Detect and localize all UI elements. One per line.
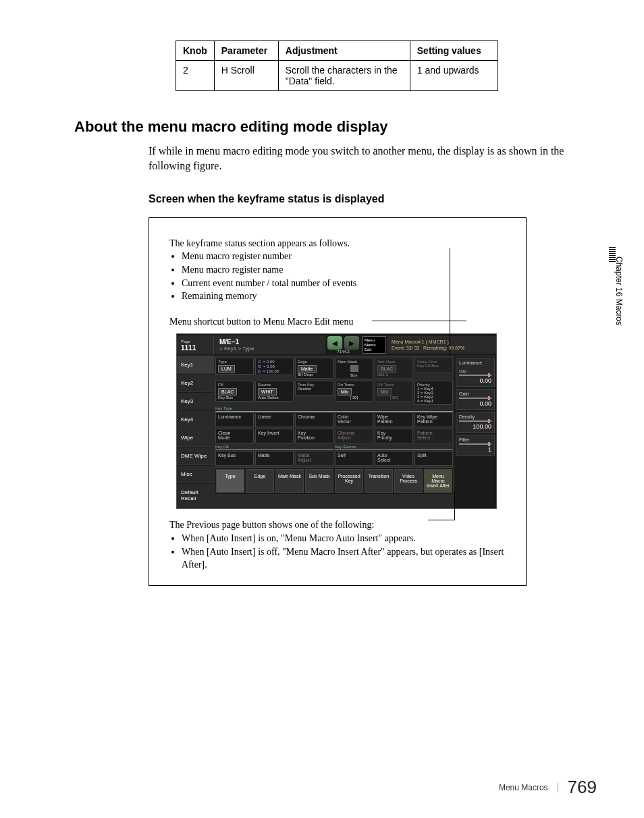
linear-button[interactable]: Linear <box>255 412 294 427</box>
luminance-button[interactable]: Luminance <box>215 412 254 427</box>
status-line-1: Menu Macro#:1 ( MMCR1 ) <box>392 339 492 345</box>
knob-table: Knob Parameter Adjustment Setting values… <box>176 40 498 91</box>
self-button[interactable]: Self <box>335 451 373 466</box>
callout-bullet: When [Auto Insert] is on, "Menu Macro Au… <box>182 532 506 545</box>
knob-density[interactable]: Density 100.00 <box>456 412 495 433</box>
menu-title: M/E−1 <box>219 338 320 346</box>
nav-arrow-group: ◀ ▶ 7144.2 <box>325 334 361 356</box>
sidebar-item-misc[interactable]: Misc <box>177 466 214 483</box>
tab-video-process[interactable]: Video Process <box>394 469 423 493</box>
scr-header: Page 1111 M/E−1 > Key1 > Type ◀ ▶ 7144.2… <box>177 334 496 356</box>
wipe-pattern-button[interactable]: Wipe Pattern <box>375 412 413 427</box>
menu-macro-edit-button[interactable]: Menu Macro Edit <box>363 336 386 354</box>
status-remaining: Remaining: 99.67% <box>423 346 464 350</box>
matte-button[interactable]: Matte <box>255 451 294 466</box>
tab-edge[interactable]: Edge <box>246 469 274 493</box>
callout-bullet: Menu macro register name <box>182 263 506 277</box>
prev-page-button[interactable]: ◀ <box>327 336 342 350</box>
video-proc-cell[interactable]: Video ProcKey Fill Bus <box>414 358 453 373</box>
key-fill-group-label: Key Fill <box>215 445 333 449</box>
footer-section-label: Menu Macros <box>499 783 558 792</box>
keyframe-status-area: Menu Macro#:1 ( MMCR1 ) Event: 33/ 33 Re… <box>387 336 496 354</box>
split-button[interactable]: Split <box>414 451 453 466</box>
sub-mask-cell[interactable]: Sub MaskBLACUtl1 1 <box>375 358 413 379</box>
tab-sub-mask[interactable]: Sub Mask <box>305 469 333 493</box>
th-knob: Knob <box>176 41 215 61</box>
td-adjustment: Scroll the characters in the "Data" fiel… <box>278 61 410 91</box>
fill-cell[interactable]: FillBLACKey Bus <box>215 381 254 402</box>
sidebar-item-key4[interactable]: Key4 <box>177 411 214 429</box>
sidebar-item-key3[interactable]: Key3 <box>177 393 214 410</box>
key-type-group-label: Key Type <box>215 406 453 410</box>
on-trans-cell[interactable]: On TransMix[ 30] <box>335 381 373 402</box>
type-cell[interactable]: TypeLUM <box>215 358 254 375</box>
key-priority-button[interactable]: Key Priority <box>375 429 413 443</box>
td-parameter: H Scroll <box>214 61 278 91</box>
body-paragraph: If while in menu macro editing mode you … <box>149 144 597 174</box>
key-invert-button[interactable]: Key Invert <box>255 429 294 443</box>
key-wipe-pattern-button[interactable]: Key Wipe Pattern <box>414 412 453 427</box>
menu-title-area: M/E−1 > Key1 > Type <box>214 335 325 354</box>
sidebar-item-key1[interactable]: Key1 <box>177 356 214 374</box>
chroma-adjust-button[interactable]: Chroma Adjust <box>335 429 373 443</box>
callout-bullet: When [Auto Insert] is off, "Menu Macro I… <box>182 545 506 572</box>
bottom-tab-bar: Type Edge Main Mask Sub Mask Processed K… <box>215 467 453 494</box>
footer-page-number: 769 <box>568 777 597 798</box>
chroma-button[interactable]: Chroma <box>295 412 333 427</box>
breadcrumb: > Key1 > Type <box>219 346 320 352</box>
sidebar: Key1 Key2 Key3 Key4 Wipe DME Wipe Misc D… <box>177 356 214 508</box>
callout-bullet: Menu macro register number <box>182 250 506 263</box>
section-heading: About the menu macro editing mode displa… <box>74 118 597 136</box>
th-parameter: Parameter <box>214 41 278 61</box>
callout-bottom-intro: The Previous page button shows one of th… <box>169 518 506 532</box>
cgd-values: C = 0.00 G = 0.00 D = 100.00 <box>255 358 294 375</box>
main-panel: TypeLUM C = 0.00 G = 0.00 D = 100.00 Edg… <box>214 356 454 508</box>
tab-main-mask[interactable]: Main Mask <box>275 469 304 493</box>
sidebar-item-wipe[interactable]: Wipe <box>177 429 214 447</box>
source-cell[interactable]: SourceWHITAuto Select <box>255 381 294 402</box>
callout-previous-page: The Previous page button shows one of th… <box>169 518 506 571</box>
callout-intro: The keyframe status section appears as f… <box>169 237 506 250</box>
callout-shortcut: Menu shortcut button to Menu Macro Edit … <box>169 315 506 329</box>
tab-processed-key[interactable]: Processed Key <box>335 469 363 493</box>
scr-body: Key1 Key2 Key3 Key4 Wipe DME Wipe Misc D… <box>177 356 496 508</box>
page-number-area[interactable]: Page 1111 <box>177 335 214 354</box>
pattern-select-button[interactable]: Pattern Select <box>414 429 453 443</box>
callout-bullet: Current event number / total number of e… <box>182 277 506 290</box>
auto-select-button[interactable]: Auto Select <box>375 451 413 466</box>
main-mask-cell[interactable]: Main MaskBox <box>335 358 373 379</box>
knob-gain[interactable]: Gain 0.00 <box>456 389 495 410</box>
td-setting: 1 and upwards <box>410 61 498 91</box>
th-setting: Setting values <box>410 41 498 61</box>
key-bus-button[interactable]: Key Bus <box>215 451 254 466</box>
subsection-heading: Screen when the keyframe status is displ… <box>149 193 597 205</box>
color-vector-button[interactable]: Color Vector <box>335 412 373 427</box>
sidebar-item-default-recall[interactable]: Default Recall <box>177 484 214 508</box>
right-knob-panel: Luminance Clip 0.00 Gain 0.00 Density 10… <box>454 356 496 508</box>
sidebar-item-dmewipe[interactable]: DME Wipe <box>177 447 214 465</box>
clean-mode-button[interactable]: Clean Mode <box>215 429 254 443</box>
figure-container: The keyframe status section appears as f… <box>149 217 527 586</box>
page-number: 1111 <box>181 344 196 352</box>
menu-macro-insert-after-button[interactable]: Menu Macro Insert After <box>424 469 452 493</box>
callout-keyframe-status: The keyframe status section appears as f… <box>169 237 506 303</box>
edge-cell[interactable]: EdgeMatte8H Drop <box>295 358 333 379</box>
matte-adjust-button[interactable]: Matte Adjust <box>295 451 333 466</box>
th-adjustment: Adjustment <box>278 41 410 61</box>
knob-luminance[interactable]: Luminance Clip 0.00 <box>456 358 495 387</box>
knob-filter[interactable]: Filter 1 <box>456 435 495 456</box>
tab-transition[interactable]: Transition <box>365 469 393 493</box>
next-page-button[interactable]: ▶ <box>344 336 359 350</box>
key-source-group-label: Key Source <box>335 445 453 449</box>
arrow-sublabel: 7144.2 <box>327 350 359 354</box>
chapter-side-tab: Chapter 16 Macros <box>609 256 624 325</box>
sidebar-item-key2[interactable]: Key2 <box>177 375 214 392</box>
proc-key-cell[interactable]: Proc KeyResizer <box>295 381 333 396</box>
priority-cell[interactable]: Priority1 = Key4 2 = Key3 3 = Key2 4 = K… <box>414 381 453 405</box>
tab-type[interactable]: Type <box>216 469 244 493</box>
page-footer: Menu Macros 769 <box>499 777 597 798</box>
page-label: Page <box>181 339 190 344</box>
callout-bullet: Remaining memory <box>182 290 506 303</box>
off-trans-cell[interactable]: Off TransMix[ 30] <box>375 381 413 402</box>
key-position-button[interactable]: Key Position <box>295 429 333 443</box>
